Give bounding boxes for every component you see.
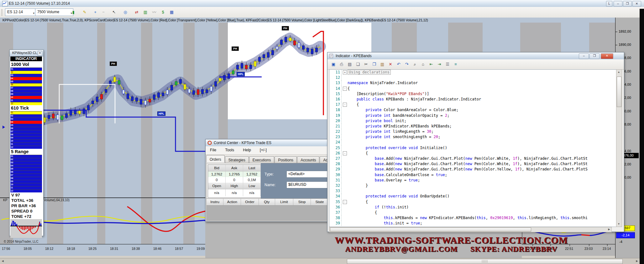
scroll-left-arrow[interactable]: ◀ — [0, 259, 5, 263]
orders-column-limit[interactable]: Limit — [275, 199, 293, 205]
data-box-icon[interactable]: ◎ — [122, 9, 129, 16]
interval-selector[interactable]: 7500 Volume▾ — [35, 8, 73, 16]
code-editor-pane[interactable]: 11+Using declarations1213namespace Ninja… — [329, 69, 617, 227]
data-grid-icon[interactable]: ▦ — [168, 9, 175, 16]
paste-icon[interactable]: ▥ — [379, 61, 386, 67]
account-dollar-icon[interactable]: $ — [159, 9, 167, 16]
code-line[interactable]: 35- { — [329, 199, 617, 205]
code-line[interactable]: 34 protected override void OnBarUpdate() — [329, 194, 617, 199]
code-line[interactable]: 14-{ — [329, 86, 617, 91]
redo-icon[interactable]: ↷ — [403, 61, 410, 67]
code-line[interactable]: 13namespace NinjaTrader.Indicator — [329, 80, 617, 86]
language-button[interactable]: L — [606, 1, 612, 7]
scrollbar-thumb[interactable] — [617, 77, 621, 107]
mini-chart-icon[interactable]: 〰 — [150, 9, 158, 16]
undo-icon[interactable]: ↶ — [395, 61, 402, 67]
menu-item-help[interactable]: Help — [238, 146, 255, 152]
chart-type-icon[interactable]: ▮ — [70, 9, 77, 16]
code-line[interactable]: 29 base.Add(new NinjaTrader.Gui.Chart.Pl… — [329, 167, 617, 172]
kpwayne3d-panel[interactable]: KPWayne3D CL ✕ INDICATOR1000 Vol01020304… — [9, 50, 44, 236]
zoom-out-icon[interactable]: − — [100, 9, 107, 16]
horizontal-scrollbar[interactable]: ▶ — [329, 227, 612, 232]
code-line[interactable]: 15 [Description("Kwik*POP EBands")] — [329, 91, 617, 97]
replace-icon[interactable]: ⌂ — [420, 61, 427, 67]
market-analyzer-icon[interactable]: ▥ — [142, 9, 149, 16]
close-icon[interactable]: ✕ — [38, 51, 42, 56]
chart-trader-icon[interactable]: ⇄ — [133, 9, 140, 16]
scroll-right-arrow[interactable]: ▶ — [607, 227, 611, 232]
scroll-down-arrow[interactable]: ▼ — [616, 222, 621, 226]
align-left-icon[interactable]: ☰ — [444, 61, 451, 67]
code-line[interactable]: 17- { — [329, 102, 617, 107]
maximize-button[interactable]: ❐ — [589, 53, 599, 59]
menu-item-tools[interactable]: Tools — [221, 146, 238, 152]
code-line[interactable]: 12 — [329, 75, 617, 80]
code-line[interactable]: 33 — [329, 188, 617, 194]
vertical-scrollbar[interactable]: ▲ ▼ — [616, 69, 622, 227]
code-line[interactable]: 28 base.Add(new NinjaTrader.Gui.Chart.Pl… — [329, 161, 617, 167]
close-button[interactable]: ✕ — [601, 53, 613, 59]
code-line[interactable]: 11+Using declarations — [329, 70, 617, 75]
outdent-icon[interactable]: ⇤ — [428, 61, 435, 67]
print-icon[interactable]: ⎙ — [338, 61, 345, 67]
code-line[interactable]: 30 base.CalculateOnBarClose = true; — [329, 172, 617, 178]
orders-column-order[interactable]: Order — [241, 199, 259, 205]
menu-item-file[interactable]: File — [206, 146, 221, 152]
code-line[interactable]: 32 } — [329, 183, 617, 188]
orders-column-action[interactable]: Action — [223, 199, 241, 205]
save-icon[interactable]: ▣ — [330, 61, 337, 67]
code-line[interactable]: 22 private int linRegLength = 30; — [329, 129, 617, 134]
drawing-tools-icon[interactable]: ✎ — [81, 9, 88, 16]
indent-icon[interactable]: ⇥ — [436, 61, 443, 67]
cursor-icon[interactable]: ↖ — [110, 9, 118, 16]
code-line[interactable]: 18 private Color bandAreaColor = Color.B… — [329, 107, 617, 113]
orders-column-state[interactable]: State — [311, 199, 328, 205]
menu-item-[interactable]: [+/-] — [255, 146, 271, 152]
code-line[interactable]: 38 this.kPEBands = new KPIndicator.KPEBa… — [329, 215, 617, 221]
chart-toolbar[interactable]: ES 12-14▾ 7500 Volume▾ ▮✎+−↖◎⇄▥〰$▦ — [0, 7, 644, 18]
cut-icon[interactable]: ✂ — [363, 61, 369, 67]
code-line[interactable]: 37 { — [329, 210, 617, 215]
collapse-icon[interactable]: ≡ — [452, 61, 459, 67]
tab-positions[interactable]: Positions — [275, 156, 297, 163]
print-preview-icon[interactable]: ▤ — [346, 61, 353, 67]
properties-icon[interactable]: ❏ — [354, 61, 361, 67]
code-line[interactable]: 39 this.init = true; — [329, 221, 617, 226]
code-line[interactable]: 27 base.Add(new NinjaTrader.Gui.Chart.Pl… — [329, 156, 617, 161]
app-title-bar[interactable]: ES 12-14 (7500 Volume) 17.10.2014 L – ❐ … — [0, 0, 644, 7]
code-line[interactable]: 26- { — [329, 151, 617, 156]
code-line[interactable]: 19 private int bandAreaColorOpacity = 2; — [329, 113, 617, 118]
tab-accounts[interactable]: Accounts — [297, 156, 319, 163]
orders-column-qty[interactable]: Qty — [259, 199, 275, 205]
instrument-selector[interactable]: ES 12-14▾ — [5, 8, 36, 16]
chart-horizontal-scrollbar[interactable]: ◀ ▶ — [0, 258, 640, 264]
code-line[interactable]: 23 private int smoothingLength = 20; — [329, 134, 617, 140]
tab-executions[interactable]: Executions — [249, 156, 275, 163]
find-icon[interactable]: ⌕ — [411, 61, 418, 67]
scroll-right-arrow[interactable]: ▶ — [635, 259, 639, 263]
editor-toolbar[interactable]: ▣⎙▤❏✂❐▥✕↶↷⌕⌂⇤⇥☰≡ — [327, 59, 624, 70]
zoom-in-icon[interactable]: + — [92, 9, 99, 16]
scrollbar-thumb[interactable] — [347, 259, 623, 264]
tab-strategies[interactable]: Strategies — [225, 156, 249, 163]
code-line[interactable]: 16 public class KPEBands : NinjaTrader.I… — [329, 97, 617, 102]
code-line[interactable]: 36 if (!this.init) — [329, 205, 617, 210]
scrollbar-thumb[interactable] — [330, 228, 531, 232]
indicator-editor-window[interactable]: Indicator - KPEBands – ❐ ✕ ▣⎙▤❏✂❐▥✕↶↷⌕⌂⇤… — [327, 52, 624, 232]
tab-orders[interactable]: Orders — [206, 155, 225, 163]
copy-icon[interactable]: ❐ — [371, 61, 378, 67]
editor-title-bar[interactable]: Indicator - KPEBands – ❐ ✕ — [327, 52, 624, 60]
delete-icon[interactable]: ✕ — [387, 61, 394, 67]
close-button[interactable]: ✕ — [632, 1, 641, 7]
minimize-button[interactable]: – — [614, 1, 622, 7]
maximize-button[interactable]: ❐ — [623, 1, 632, 7]
code-line[interactable]: 20 private bool init; — [329, 118, 617, 124]
code-line[interactable]: 31 base.Overlay = true; — [329, 178, 617, 183]
scroll-up-arrow[interactable]: ▲ — [616, 70, 621, 74]
orders-column-instru[interactable]: Instru — [207, 199, 223, 205]
code-line[interactable]: 25 protected override void Initialize() — [329, 145, 617, 151]
minimize-button[interactable]: – — [579, 53, 589, 59]
code-line[interactable]: 24 — [329, 140, 617, 145]
toolbar-grip[interactable] — [1, 9, 3, 16]
kpwayne3d-title-bar[interactable]: KPWayne3D CL ✕ — [10, 50, 43, 57]
